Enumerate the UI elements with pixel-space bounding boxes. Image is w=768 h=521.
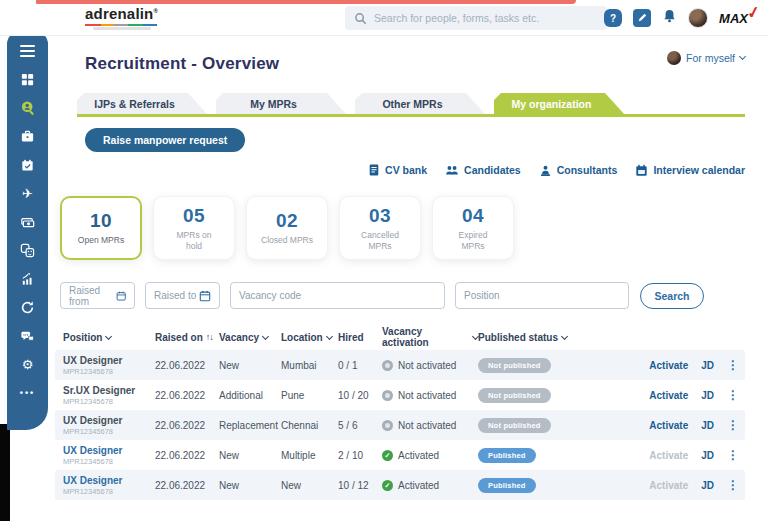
sidebar-item-travel[interactable]: ✈ [7,180,48,209]
quick-links: CV bank Candidates Consultants Interview… [368,163,745,177]
tab-my-mprs[interactable]: My MPRs [216,93,347,115]
filter-bar: Raised from Raised to Vacancy code Posit… [60,282,704,309]
column-header-location[interactable]: Location [281,332,338,343]
cash-icon [20,215,35,230]
chat-icon [20,329,35,344]
mpr-code: MPR12345678 [63,457,155,466]
input-placeholder: Position [464,290,500,301]
tab-other-mprs[interactable]: Other MPRs [355,93,486,115]
activate-link[interactable]: Activate [649,360,688,371]
activated-check-icon [382,480,393,491]
tab-my-organization[interactable]: My organization [494,93,625,115]
cv-bank-link[interactable]: CV bank [368,163,427,177]
candidates-link[interactable]: Candidates [445,164,521,177]
activate-link[interactable]: Activate [649,420,688,431]
ellipsis-icon: ••• [20,388,35,398]
jd-link[interactable]: JD [701,480,714,491]
stat-card-cancelled-mprs[interactable]: 03 Cancelled MPRs [339,196,421,260]
kebab-menu-icon[interactable]: ⋮ [727,449,739,461]
vacancy-code-input[interactable]: Vacancy code [230,282,445,309]
column-header-hired: Hired [338,332,382,343]
kebab-menu-icon[interactable]: ⋮ [727,389,739,401]
help-icon[interactable]: ? [604,9,622,27]
sidebar-item-calendar[interactable] [7,151,48,180]
activate-link[interactable]: Activate [649,390,688,401]
position-input[interactable]: Position [455,282,629,309]
tab-ijps-referrals[interactable]: IJPs & Referrals [77,93,208,115]
scope-selector[interactable]: For myself [667,51,745,65]
status-badge: Not published [478,358,551,373]
position-name[interactable]: UX Designer [63,415,155,426]
user-avatar[interactable] [688,8,708,28]
sidebar-item-messages[interactable] [7,322,48,351]
notifications-bell-icon[interactable] [662,8,677,28]
quick-link-label: Candidates [464,164,521,176]
status-badge: Not published [478,418,551,433]
kebab-menu-icon[interactable]: ⋮ [727,479,739,491]
sidebar-item-analytics[interactable] [7,265,48,294]
stat-label: Expired MPRs [447,230,499,251]
raised-on-cell: 22.06.2022 [155,420,219,431]
position-name-link[interactable]: UX Designer [63,445,155,456]
column-header-published-status[interactable]: Published status [478,332,624,343]
kebab-menu-icon[interactable]: ⋮ [727,419,739,431]
column-header-vacancy-activation[interactable]: Vacancy activation [382,326,478,348]
hired-cell: 5 / 6 [338,420,382,431]
consultants-link[interactable]: Consultants [539,164,618,177]
sidebar-item-payroll[interactable] [7,208,48,237]
location-cell: Multiple [281,450,338,461]
column-header-vacancy[interactable]: Vacancy [219,332,281,343]
registered-mark: ® [154,8,158,14]
position-name-link[interactable]: UX Designer [63,475,155,486]
jd-link[interactable]: JD [701,360,714,371]
tasks-icon[interactable] [633,9,651,27]
pencil-icon [637,13,647,23]
raise-manpower-request-button[interactable]: Raise manpower request [85,128,245,152]
tab-bar: IJPs & Referrals My MPRs Other MPRs My o… [77,93,625,115]
activate-link-disabled: Activate [649,480,688,491]
sidebar-menu-button[interactable] [7,37,48,66]
column-label: Raised on [155,332,203,343]
search-button[interactable]: Search [640,283,704,309]
jd-link[interactable]: JD [701,420,714,431]
stat-value: 05 [183,205,205,227]
row-actions: Activate JD ⋮ [624,449,745,461]
stat-card-closed-mprs[interactable]: 02 Closed MPRs [246,196,328,260]
table-row[interactable]: UX Designer MPR12345678 22.06.2022 New M… [55,440,745,470]
table-row[interactable]: UX Designer MPR12345678 22.06.2022 New M… [55,350,745,380]
table-row[interactable]: Sr.UX Designer MPR12345678 22.06.2022 Ad… [55,380,745,410]
interview-calendar-link[interactable]: Interview calendar [635,164,745,177]
max-text: MAX [719,11,748,26]
stat-card-expired-mprs[interactable]: 04 Expired MPRs [432,196,514,260]
sidebar-item-recruitment-active[interactable] [7,94,48,123]
chart-icon [20,272,35,287]
sidebar-item-more[interactable]: ••• [7,379,48,408]
sidebar-item-workflow[interactable] [7,294,48,323]
table-row[interactable]: UX Designer MPR12345678 22.06.2022 New N… [55,470,745,500]
global-search-input[interactable]: Search for people, forms, tasks etc. [345,6,607,30]
published-status-cell: Published [478,478,624,493]
column-header-position[interactable]: Position [63,332,155,343]
position-name[interactable]: UX Designer [63,355,155,366]
raised-from-date-input[interactable]: Raised from [60,282,135,309]
published-status-cell: Not published [478,388,624,403]
sidebar-item-settings[interactable]: ⚙ [7,351,48,380]
table-row[interactable]: UX Designer MPR12345678 22.06.2022 Repla… [55,410,745,440]
hired-cell: 10 / 20 [338,390,382,401]
sidebar-item-jobs[interactable] [7,123,48,152]
adrenalin-logo[interactable]: adrenalin® [85,6,158,30]
stat-card-mprs-on-hold[interactable]: 05 MPRs on hold [153,196,235,260]
jd-link[interactable]: JD [701,390,714,401]
activation-label: Activated [398,480,439,491]
max-brand-logo: MAX✓ [719,11,756,26]
sidebar-item-engagement[interactable] [7,237,48,266]
stat-card-open-mprs[interactable]: 10 Open MPRs [60,196,142,260]
raised-to-date-input[interactable]: Raised to [145,282,220,309]
jd-link[interactable]: JD [701,450,714,461]
position-cell: Sr.UX Designer MPR12345678 [63,385,155,406]
kebab-menu-icon[interactable]: ⋮ [727,359,739,371]
sidebar-item-dashboard[interactable] [7,66,48,95]
column-label: Published status [478,332,558,343]
position-name[interactable]: Sr.UX Designer [63,385,155,396]
column-header-raised-on[interactable]: Raised on↑↓ [155,332,219,343]
